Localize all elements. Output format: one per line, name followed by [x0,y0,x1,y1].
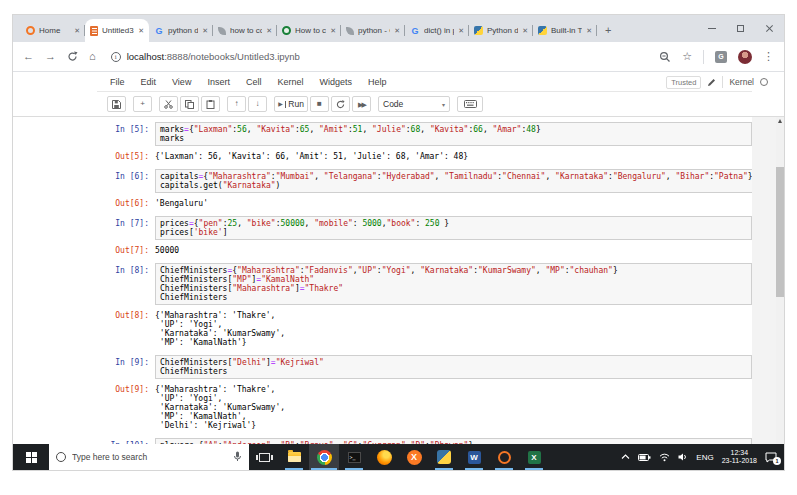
kernel-idle-icon [760,78,768,86]
excel-taskbar-button[interactable] [519,444,549,470]
cut-cell-button[interactable] [159,96,178,112]
back-icon[interactable]: ← [23,51,34,62]
home-icon[interactable]: ⌂ [89,51,96,62]
paste-cell-button[interactable] [201,96,220,112]
output-prompt: Out[5]: [97,149,155,161]
menu-file[interactable]: File [110,77,125,87]
scrollbar-thumb[interactable] [776,167,784,297]
menu-view[interactable]: View [172,77,191,87]
scroll-up-arrow-icon[interactable] [778,119,782,123]
taskbar-clock[interactable]: 12:34 23-11-2018 [722,449,757,466]
reload-icon[interactable] [67,51,78,62]
move-cell-down-button[interactable]: ↓ [248,96,267,112]
desktop: Home✕Untitled3✕python dict✕how to con✕Ho… [0,0,797,495]
code-input-area[interactable]: ChiefMinisters={"Maharashtra":"Fadanvis"… [155,263,752,305]
menu-widgets[interactable]: Widgets [319,77,352,87]
insert-cell-button[interactable]: + [133,96,152,112]
command-palette-button[interactable] [457,96,483,112]
tab-title: Python dict [487,26,518,35]
browser-tab[interactable]: How to con✕ [277,19,341,42]
language-indicator[interactable]: ENG [696,453,713,462]
cell-type-select[interactable]: Code ▾ [378,96,450,112]
windows-taskbar: ENG 12:34 23-11-2018 1 [13,444,784,470]
code-input-area[interactable]: ChiefMinisters["Delhi"]="Kejriwal" Chief… [155,355,752,379]
zoom-icon[interactable] [659,51,671,63]
tray-chevron-up-icon[interactable] [621,453,630,461]
code-input-area[interactable]: prices={"pen":25, "bike":50000, "mobile"… [155,216,752,240]
save-button[interactable] [107,96,126,112]
input-prompt: In [8]: [97,263,155,305]
output-row: Out[9]:{'Maharashtra': 'Thakre', 'UP': '… [97,382,752,430]
tab-title: Home [39,26,70,35]
cmd-taskbar-button[interactable] [339,444,369,470]
trusted-badge: Trusted [666,76,701,89]
browser-tab[interactable]: python dict✕ [149,19,213,42]
tab-close-icon[interactable]: ✕ [458,27,464,35]
browser-tab[interactable]: python - C✕ [341,19,405,42]
tab-close-icon[interactable]: ✕ [138,27,144,35]
menu-kernel[interactable]: Kernel [277,77,303,87]
battery-icon[interactable] [638,452,651,463]
action-center-icon[interactable]: 1 [765,452,777,463]
code-input-area[interactable]: capitals={"Maharashtra":"Mumbai", "Telan… [155,169,758,193]
menu-edit[interactable]: Edit [141,77,157,87]
move-cell-up-button[interactable]: ↑ [227,96,246,112]
browser-tab[interactable]: Untitled3✕ [85,19,149,42]
code-input-area[interactable]: marks={"Laxman":56, "Kavita":65, "Amit":… [155,122,752,146]
browser-tab[interactable]: how to con✕ [213,19,277,42]
python-taskbar-button[interactable] [429,444,459,470]
jupyter-book-icon [90,26,98,36]
taskbar-search[interactable] [49,444,249,470]
tab-close-icon[interactable]: ✕ [202,27,208,35]
menu-cell[interactable]: Cell [246,77,262,87]
browser-tab[interactable]: Home✕ [21,19,85,42]
xampp-taskbar-button[interactable] [399,444,429,470]
run-cell-button[interactable]: ▶ Run [274,96,308,112]
browser-tab[interactable]: Built-in Typ✕ [533,19,597,42]
page-info-icon[interactable] [111,52,121,62]
scrollbar[interactable] [776,117,784,444]
browser-tab[interactable]: dict() in pyt✕ [405,19,469,42]
tab-close-icon[interactable]: ✕ [330,27,336,35]
firefox-taskbar-button[interactable] [369,444,399,470]
chrome-taskbar-button[interactable] [309,444,339,470]
menu-insert[interactable]: Insert [207,77,230,87]
new-tab-button[interactable]: + [597,19,619,42]
tab-title: python - C [358,26,390,35]
tab-close-icon[interactable]: ✕ [586,27,592,35]
tab-close-icon[interactable]: ✕ [522,27,528,35]
word-taskbar-button[interactable] [459,444,489,470]
tab-close-icon[interactable]: ✕ [394,27,400,35]
browser-tab[interactable]: Python dict✕ [469,19,533,42]
wifi-icon[interactable] [659,452,670,462]
microphone-icon[interactable] [233,448,242,466]
profile-avatar[interactable] [738,50,752,64]
bookmark-star-icon[interactable]: ☆ [682,51,692,62]
interrupt-kernel-button[interactable]: ■ [310,96,329,112]
compass-icon [282,26,291,35]
maximize-button[interactable] [726,15,755,42]
tab-close-icon[interactable]: ✕ [74,27,80,35]
speaker-icon[interactable] [678,452,688,462]
tab-title: python dict [168,26,198,35]
task-view-taskbar-button[interactable] [249,444,279,470]
minimize-button[interactable] [697,15,726,42]
search-input[interactable] [72,452,227,462]
copy-cell-button[interactable] [180,96,199,112]
step-forward-icon: ▶ [278,101,283,107]
explorer-taskbar-button[interactable] [279,444,309,470]
address-bar[interactable]: localhost:8888/notebooks/Untitled3.ipynb [111,51,648,62]
google-icon [410,26,420,36]
start-button[interactable] [13,444,49,470]
restart-run-all-button[interactable]: ▶▶ [352,96,371,112]
notebook-cell: In [9]:ChiefMinisters["Delhi"]="Kejriwal… [97,355,752,430]
close-window-button[interactable] [755,15,784,42]
menu-help[interactable]: Help [368,77,387,87]
restart-kernel-button[interactable] [331,96,350,112]
browser-menu-icon[interactable]: ⋮ [763,51,774,62]
extension-icon[interactable] [715,51,727,63]
forward-icon[interactable]: → [45,51,56,62]
input-prompt: In [5]: [97,122,155,146]
jupyter-taskbar-button[interactable] [489,444,519,470]
tab-close-icon[interactable]: ✕ [266,27,272,35]
